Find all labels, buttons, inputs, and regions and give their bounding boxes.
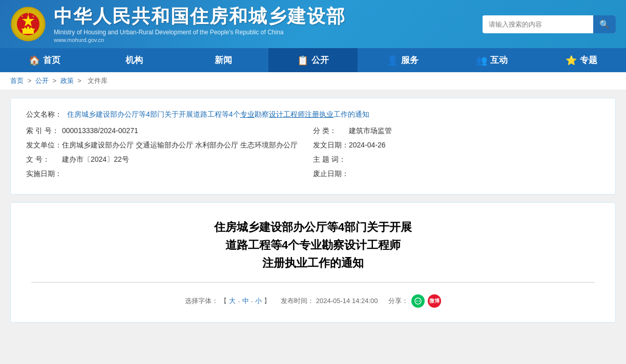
article-title: 住房城乡建设部办公厅等4部门关于开展 道路工程等4个专业勘察设计工程师 注册执业… — [31, 218, 595, 272]
keyword-value — [349, 155, 600, 164]
keyword-row: 主 题 词： — [313, 155, 600, 164]
docnum-value: 建办市〔2024〕22号 — [62, 155, 313, 164]
publish-time-value: 2024-05-14 14:24:00 — [316, 297, 378, 305]
header: 中华人民共和国住房和城乡建设部 Ministry of Housing and … — [0, 0, 626, 48]
special-icon: ⭐ — [566, 55, 577, 66]
font-size-label: 选择字体： — [185, 296, 218, 306]
nav-label-home: 首页 — [43, 54, 60, 66]
nav-item-special[interactable]: ⭐ 专题 — [536, 48, 626, 72]
breadcrumb-current: 文件库 — [88, 77, 108, 84]
svg-rect-11 — [30, 28, 32, 30]
font-size-bracket-close: 】 — [264, 296, 270, 306]
sender-value: 住房城乡建设部办公厅 交通运输部办公厅 水利部办公厅 生态环境部办公厅 — [62, 141, 313, 150]
header-title-block: 中华人民共和国住房和城乡建设部 Ministry of Housing and … — [54, 5, 346, 43]
nav-label-special: 专题 — [580, 54, 597, 66]
publish-time-label: 发布时间： — [281, 297, 314, 305]
weibo-share-button[interactable]: 微博 — [428, 294, 441, 308]
main-content: 公文名称： 住房城乡建设部办公厅等4部门关于开展道路工程等4个专业勘察设计工程师… — [0, 90, 626, 330]
service-icon: 👤 — [387, 55, 398, 66]
nav-label-open: 公开 — [311, 54, 329, 66]
main-nav: 🏠 首页 机构 新闻 📋 公开 👤 服务 👥 互动 ⭐ 专题 — [0, 48, 626, 72]
article-title-line3: 注册执业工作的通知 — [31, 254, 595, 272]
breadcrumb-home[interactable]: 首页 — [10, 77, 24, 84]
interaction-icon: 👥 — [476, 55, 487, 66]
weibo-icon-text: 微博 — [429, 297, 440, 305]
svg-rect-12 — [27, 27, 29, 30]
site-title-cn: 中华人民共和国住房和城乡建设部 — [54, 5, 346, 27]
site-title-en: Ministry of Housing and Urban-Rural Deve… — [54, 29, 346, 36]
article-title-line2: 道路工程等4个专业勘察设计工程师 — [31, 236, 595, 254]
svg-marker-4 — [21, 15, 23, 17]
svg-marker-7 — [30, 19, 32, 22]
publish-time: 发布时间： 2024-05-14 14:24:00 — [281, 296, 378, 306]
nav-label-news: 新闻 — [215, 54, 232, 66]
nav-item-service[interactable]: 👤 服务 — [358, 48, 447, 72]
expiredate-row: 废止日期： — [313, 169, 600, 179]
impldate-label: 实施日期： — [26, 169, 62, 179]
category-value: 建筑市场监管 — [349, 126, 600, 136]
nav-item-interaction[interactable]: 👥 互动 — [447, 48, 537, 72]
doc-title-row: 公文名称： 住房城乡建设部办公厅等4部门关于开展道路工程等4个专业勘察设计工程师… — [26, 109, 600, 120]
expiredate-label: 废止日期： — [313, 169, 349, 179]
nav-item-open[interactable]: 📋 公开 — [268, 48, 358, 72]
svg-rect-9 — [23, 30, 34, 34]
nav-item-news[interactable]: 新闻 — [179, 48, 268, 72]
impldate-value — [62, 169, 313, 179]
header-left: 中华人民共和国住房和城乡建设部 Ministry of Housing and … — [10, 5, 346, 43]
title-label: 公文名称： — [26, 109, 67, 120]
title-value: 住房城乡建设部办公厅等4部门关于开展道路工程等4个专业勘察设计工程师注册执业工作… — [67, 109, 600, 120]
ref-label: 索 引 号： — [26, 126, 62, 136]
svg-marker-5 — [27, 12, 29, 14]
sender-row: 发文单位： 住房城乡建设部办公厅 交通运输部办公厅 水利部办公厅 生态环境部办公… — [26, 141, 313, 150]
share-section: 分享： 微博 — [388, 294, 441, 308]
breadcrumb-sep-3: > — [77, 77, 83, 84]
date-value: 2024-04-26 — [349, 141, 600, 150]
breadcrumb-open[interactable]: 公开 — [35, 77, 49, 84]
home-icon: 🏠 — [29, 55, 40, 66]
search-box[interactable]: 🔍 — [483, 15, 616, 33]
svg-rect-8 — [22, 29, 35, 30]
article-title-line1: 住房城乡建设部办公厅等4部门关于开展 — [31, 218, 595, 236]
docnum-row: 文 号： 建办市〔2024〕22号 — [26, 155, 313, 164]
logo-emblem — [10, 6, 46, 42]
svg-point-0 — [11, 7, 45, 41]
wechat-share-button[interactable] — [411, 294, 425, 308]
nav-label-institution: 机构 — [126, 54, 143, 66]
nav-item-home[interactable]: 🏠 首页 — [0, 48, 90, 72]
search-input[interactable] — [483, 16, 593, 32]
font-small-link[interactable]: 小 — [255, 296, 262, 306]
nav-label-interaction: 互动 — [490, 54, 508, 66]
doc-info-card: 公文名称： 住房城乡建设部办公厅等4部门关于开展道路工程等4个专业勘察设计工程师… — [10, 98, 616, 194]
search-button[interactable]: 🔍 — [593, 15, 616, 33]
nav-item-institution[interactable]: 机构 — [90, 48, 179, 72]
breadcrumb-policy[interactable]: 政策 — [60, 77, 74, 84]
font-large-link[interactable]: 大 — [229, 296, 236, 306]
svg-rect-10 — [24, 28, 26, 30]
ref-value: 000013338/2024-00271 — [62, 126, 313, 136]
sender-label: 发文单位： — [26, 141, 62, 150]
docnum-label: 文 号： — [26, 155, 62, 164]
site-url: www.mohurd.gov.cn — [54, 37, 346, 43]
breadcrumb-sep-2: > — [52, 77, 58, 84]
font-sep-1: - — [238, 297, 240, 305]
font-sep-2: - — [251, 297, 253, 305]
doc-title-link[interactable]: 住房城乡建设部办公厅等4部门关于开展道路工程等4个专业勘察设计工程师注册执业工作… — [67, 110, 369, 118]
breadcrumb-sep-1: > — [28, 77, 33, 84]
svg-marker-3 — [22, 14, 34, 27]
font-medium-link[interactable]: 中 — [242, 296, 249, 306]
font-size-selector: 选择字体： 【 大 - 中 - 小 】 — [185, 296, 270, 306]
breadcrumb: 首页 > 公开 > 政策 > 文件库 — [0, 72, 626, 90]
date-label: 发文日期： — [313, 141, 349, 150]
category-label: 分 类： — [313, 126, 349, 136]
font-size-bracket-open: 【 — [220, 296, 227, 306]
svg-marker-6 — [32, 15, 34, 17]
expiredate-value — [349, 169, 600, 179]
impldate-row: 实施日期： — [26, 169, 313, 179]
keyword-label: 主 题 词： — [313, 155, 349, 164]
open-icon: 📋 — [297, 55, 308, 66]
svg-point-1 — [13, 9, 43, 39]
article-divider — [31, 282, 595, 283]
category-row: 分 类： 建筑市场监管 — [313, 126, 600, 136]
ref-row: 索 引 号： 000013338/2024-00271 — [26, 126, 313, 136]
share-label: 分享： — [388, 296, 408, 306]
